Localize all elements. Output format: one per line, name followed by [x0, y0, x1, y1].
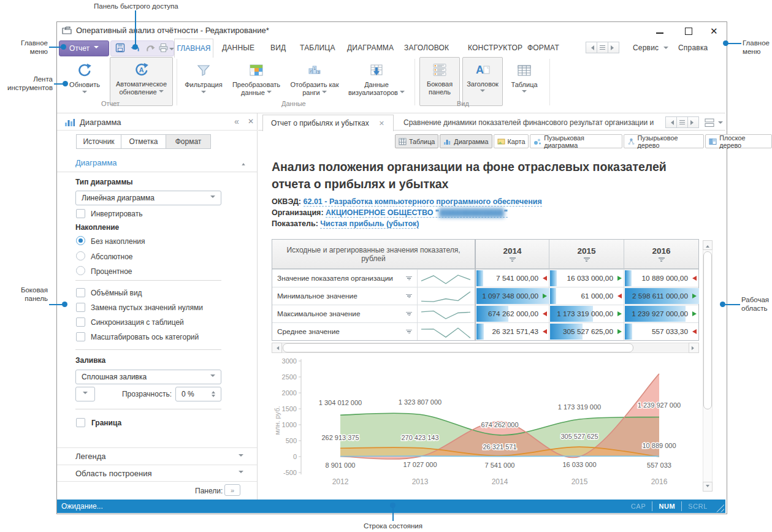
- doc-tab-active[interactable]: Отчет о прибылях и убытках ✕: [262, 115, 394, 131]
- fill-color-button[interactable]: [75, 387, 95, 401]
- tab-list-button[interactable]: [597, 42, 608, 53]
- menu-help[interactable]: Справка: [678, 44, 708, 52]
- row-label[interactable]: Максимальное значение: [272, 305, 418, 322]
- radio-percent[interactable]: [76, 266, 85, 275]
- table-header-2016[interactable]: 2016: [624, 240, 698, 269]
- spinner-arrows-icon[interactable]: [212, 389, 215, 399]
- scroll-lock-indicator[interactable]: SCRL: [688, 503, 708, 510]
- scrollbar-thumb[interactable]: [283, 343, 633, 352]
- maximize-button[interactable]: [685, 28, 692, 35]
- menu-service[interactable]: Сервис: [633, 44, 659, 52]
- table-cell[interactable]: 61 000,00: [549, 287, 624, 305]
- save-icon[interactable]: [115, 43, 125, 53]
- ribbon-button-side-panel[interactable]: Боковая панель: [419, 57, 460, 106]
- section-header-chart[interactable]: Диаграмма: [75, 158, 117, 167]
- table-cell[interactable]: 2 598 611 000,00: [624, 287, 698, 305]
- menu-tab-vid[interactable]: ВИД: [270, 44, 286, 52]
- scroll-right-button[interactable]: [687, 116, 699, 128]
- table-cell[interactable]: 7 541 000,00: [476, 269, 549, 287]
- filter-icon[interactable]: [584, 257, 590, 262]
- service-dropdown-icon[interactable]: [663, 47, 668, 51]
- sync-table-checkbox[interactable]: [76, 317, 85, 327]
- scrollbar-thumb[interactable]: [703, 251, 712, 409]
- table-cell[interactable]: 16 033 000,00: [549, 269, 624, 287]
- resize-grip[interactable]: [716, 504, 724, 512]
- view-button-table[interactable]: Таблица: [395, 134, 438, 148]
- scale-axis-checkbox[interactable]: [76, 332, 85, 341]
- split-view-dropdown-icon[interactable]: [718, 121, 723, 126]
- scroll-up-button[interactable]: [703, 240, 713, 250]
- ribbon-button-ranks[interactable]: 213 Отобразить как ранги: [287, 58, 342, 105]
- scroll-down-button[interactable]: [703, 482, 713, 492]
- table-cell[interactable]: 10 889 000,00: [624, 269, 698, 287]
- border-checkbox[interactable]: [76, 418, 85, 427]
- tab-close-icon[interactable]: ✕: [379, 120, 384, 127]
- scroll-left-button[interactable]: [272, 343, 282, 353]
- section-legend[interactable]: Легенда: [57, 447, 257, 465]
- indicator-link[interactable]: Чистая прибыль (убыток): [320, 219, 419, 229]
- close-panel-icon[interactable]: ✕: [248, 117, 254, 126]
- ribbon-button-header[interactable]: A Заголовок: [462, 57, 503, 106]
- chevron-up-icon[interactable]: [242, 161, 245, 165]
- menu-tab-konstruktor[interactable]: КОНСТРУКТОР: [468, 44, 522, 52]
- sidebar-tab-source[interactable]: Источник: [76, 134, 121, 149]
- split-view-icon[interactable]: [704, 118, 715, 127]
- transparency-spinner[interactable]: 0 %: [175, 387, 221, 401]
- table-cell[interactable]: 1 173 319 000,00: [549, 305, 624, 322]
- table-cell[interactable]: 674 262 000,00: [476, 305, 549, 322]
- row-label[interactable]: Среднее значение: [272, 322, 418, 340]
- view-button-flat-tree[interactable]: Плоское дерево: [705, 134, 772, 148]
- print-dropdown-icon[interactable]: [169, 48, 174, 53]
- chart-type-select[interactable]: Линейная диаграмма: [75, 191, 221, 205]
- invert-checkbox[interactable]: [76, 209, 85, 218]
- ribbon-button-transform-data[interactable]: Преобразовать данные: [228, 58, 285, 105]
- row-label[interactable]: Значение показателя организации: [272, 269, 418, 287]
- organization-link[interactable]: АКЦИОНЕРНОЕ ОБЩЕСТВО "████████████": [326, 208, 508, 218]
- menu-tab-format[interactable]: ФОРМАТ: [527, 44, 559, 52]
- scroll-right-button[interactable]: [608, 42, 619, 53]
- filter-icon[interactable]: [406, 276, 412, 281]
- report-menu-button[interactable]: Отчет: [59, 40, 109, 56]
- filter-icon[interactable]: [406, 294, 412, 298]
- sidebar-tab-format[interactable]: Формат: [166, 134, 211, 149]
- scroll-left-button[interactable]: [586, 42, 597, 53]
- menu-tab-active[interactable]: ГЛАВНАЯ: [174, 39, 213, 58]
- ribbon-button-visualizer-data[interactable]: Данные визуализаторов: [345, 58, 408, 105]
- table-cell[interactable]: 1 097 348 000,00: [476, 287, 549, 305]
- menu-tab-tablica[interactable]: ТАБЛИЦА: [300, 44, 335, 52]
- ribbon-button-filter[interactable]: Фильтрация: [182, 58, 226, 105]
- view-button-bubble-tree[interactable]: Пузырьковое дерево: [624, 134, 705, 148]
- menu-tab-zagolovok[interactable]: ЗАГОЛОВОК: [404, 44, 449, 52]
- redo-icon[interactable]: [145, 43, 156, 53]
- table-header-2014[interactable]: 2014: [476, 240, 549, 269]
- row-label[interactable]: Минимальное значение: [272, 287, 418, 305]
- collapse-panel-icon[interactable]: «: [234, 116, 239, 126]
- minimize-button[interactable]: [656, 32, 663, 34]
- filter-icon[interactable]: [659, 257, 665, 262]
- menu-tab-dannye[interactable]: ДАННЫЕ: [222, 44, 254, 52]
- area-chart[interactable]: 300025002000150010005000-500млн. руб.201…: [272, 354, 704, 495]
- filter-icon[interactable]: [406, 330, 412, 334]
- menu-tab-diagramma[interactable]: ДИАГРАММА: [347, 44, 394, 52]
- volume-view-checkbox[interactable]: [76, 288, 85, 297]
- print-icon[interactable]: [158, 43, 169, 53]
- caps-lock-indicator[interactable]: CAP: [631, 503, 646, 510]
- table-header-main[interactable]: Исходные и агрегированные значения показ…: [272, 240, 476, 269]
- view-button-map[interactable]: Карта: [494, 134, 529, 148]
- okved-link[interactable]: 62.01 - Разработка компьютерного програм…: [304, 197, 542, 207]
- table-cell[interactable]: 1 239 927 000,00: [624, 305, 698, 322]
- fill-select[interactable]: Сплошная заливка: [75, 370, 221, 384]
- table-header-2015[interactable]: 2015: [549, 240, 624, 269]
- radio-absolute[interactable]: [76, 251, 85, 260]
- table-cell[interactable]: 305 527 625,00: [549, 322, 624, 340]
- replace-empty-checkbox[interactable]: [76, 303, 85, 312]
- section-plot-area[interactable]: Область построения: [57, 465, 257, 482]
- filter-icon[interactable]: [510, 257, 516, 262]
- num-lock-indicator[interactable]: NUM: [659, 503, 675, 510]
- ribbon-button-auto-refresh[interactable]: A Автоматическое обновление: [110, 57, 173, 106]
- tab-list-button[interactable]: [676, 116, 688, 128]
- doc-tab-inactive[interactable]: Сравнение динамики показателей финансово…: [403, 118, 663, 127]
- ribbon-button-refresh[interactable]: Обновить: [61, 58, 108, 105]
- view-button-bubble-chart[interactable]: Пузырьковая диаграмма: [530, 134, 622, 148]
- scroll-right-button[interactable]: [689, 343, 699, 353]
